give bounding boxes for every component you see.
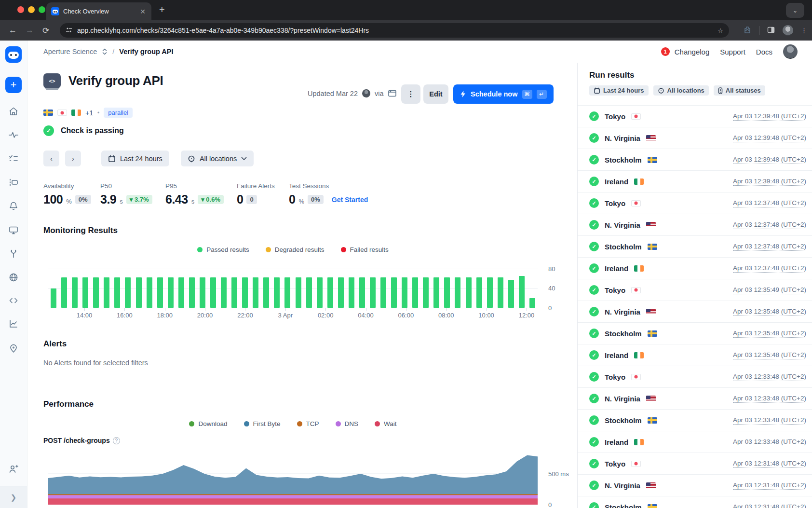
maintenance-wrench-icon[interactable] [8,248,19,259]
result-bar[interactable] [136,277,142,308]
create-new-button[interactable]: + [5,77,22,93]
result-bar[interactable] [93,277,99,308]
pulse-icon[interactable] [8,130,19,140]
result-bar[interactable] [498,277,503,308]
url-bar[interactable]: app.checklyhq.com/checks/3264c851-e5ae-4… [60,23,729,38]
support-link[interactable]: Support [720,48,745,56]
result-bar[interactable] [61,277,67,308]
result-bar[interactable] [231,277,237,308]
docs-link[interactable]: Docs [756,48,772,56]
new-tab-button[interactable]: + [159,4,165,15]
run-timestamp-link[interactable]: Apr 03 12:35:48 (UTC+2) [733,330,806,338]
run-result-row[interactable]: ✓TokyoApr 03 12:39:48 (UTC+2) [578,106,812,127]
result-bar[interactable] [263,277,269,308]
browser-menu-icon[interactable]: ⋮ [801,27,807,34]
run-result-row[interactable]: ✓TokyoApr 03 12:33:48 (UTC+2) [578,366,812,388]
time-range-button[interactable]: Last 24 hours [101,151,169,166]
get-started-link[interactable]: Get Started [332,196,368,204]
reload-icon[interactable]: ⟳ [42,26,49,36]
run-timestamp-link[interactable]: Apr 03 12:37:48 (UTC+2) [733,221,806,229]
run-timestamp-link[interactable]: Apr 03 12:31:48 (UTC+2) [733,460,806,468]
extensions-icon[interactable] [744,26,751,35]
result-bar[interactable] [423,277,429,308]
result-bar[interactable] [466,277,472,308]
alerts-bell-icon[interactable] [8,201,19,211]
account-switch-icon[interactable] [102,48,108,55]
bookmark-star-icon[interactable]: ☆ [717,27,723,34]
prev-window-button[interactable]: ‹ [43,151,59,166]
locations-filter-button[interactable]: All locations [181,151,254,166]
home-icon[interactable] [8,106,19,117]
back-icon[interactable]: ← [9,26,17,35]
run-filter-locations[interactable]: All locations [653,85,709,96]
result-bar[interactable] [338,277,344,308]
run-timestamp-link[interactable]: Apr 03 12:35:49 (UTC+2) [733,286,806,294]
edit-button[interactable]: Edit [423,84,448,104]
wait-area[interactable] [48,498,538,505]
run-result-row[interactable]: ✓N. VirginiaApr 03 12:39:48 (UTC+2) [578,127,812,149]
result-bar[interactable] [455,277,460,308]
result-bar[interactable] [189,277,195,308]
result-bar[interactable] [242,277,248,308]
locations-pin-icon[interactable] [8,343,19,354]
run-result-row[interactable]: ✓StockholmApr 03 12:39:48 (UTC+2) [578,149,812,171]
run-result-row[interactable]: ✓N. VirginiaApr 03 12:31:48 (UTC+2) [578,475,812,496]
run-result-row[interactable]: ✓N. VirginiaApr 03 12:37:48 (UTC+2) [578,214,812,236]
run-filter-time[interactable]: Last 24 hours [589,85,649,96]
invite-user-icon[interactable] [8,464,19,474]
side-panel-icon[interactable] [767,26,775,35]
run-timestamp-link[interactable]: Apr 03 12:33:48 (UTC+2) [733,373,806,381]
result-bar[interactable] [519,276,525,308]
checkly-logo[interactable] [5,46,22,63]
result-bar[interactable] [296,277,301,308]
run-timestamp-link[interactable]: Apr 03 12:33:48 (UTC+2) [733,438,806,446]
run-timestamp-link[interactable]: Apr 03 12:33:48 (UTC+2) [733,395,806,403]
result-bar[interactable] [125,277,131,308]
result-bar[interactable] [529,298,535,308]
run-timestamp-link[interactable]: Apr 03 12:31:48 (UTC+2) [733,503,806,508]
schedule-now-button[interactable]: Schedule now ⌘ ↵ [453,84,554,104]
changelog-link[interactable]: Changelog [675,48,710,56]
run-timestamp-link[interactable]: Apr 03 12:39:48 (UTC+2) [733,156,806,164]
tab-close-icon[interactable]: ✕ [139,8,147,15]
snippets-code-icon[interactable] [8,295,19,306]
run-timestamp-link[interactable]: Apr 03 12:39:48 (UTC+2) [733,178,806,186]
run-result-row[interactable]: ✓StockholmApr 03 12:35:48 (UTC+2) [578,323,812,344]
browser-tab[interactable]: Check Overview ✕ [46,2,151,20]
result-bar[interactable] [51,288,56,308]
run-timestamp-link[interactable]: Apr 03 12:39:48 (UTC+2) [733,134,806,142]
site-settings-icon[interactable] [66,27,72,35]
run-result-row[interactable]: ✓StockholmApr 03 12:33:48 (UTC+2) [578,410,812,431]
result-bar[interactable] [253,277,258,308]
run-result-row[interactable]: ✓N. VirginiaApr 03 12:35:48 (UTC+2) [578,301,812,323]
run-result-row[interactable]: ✓TokyoApr 03 12:37:48 (UTC+2) [578,192,812,214]
result-bar[interactable] [104,277,109,308]
result-bar[interactable] [359,277,365,308]
result-bar[interactable] [210,277,216,308]
private-locations-globe-icon[interactable] [8,272,19,283]
result-bar[interactable] [508,280,514,308]
result-bar[interactable] [444,277,450,308]
run-result-row[interactable]: ✓IrelandApr 03 12:37:48 (UTC+2) [578,258,812,279]
run-timestamp-link[interactable]: Apr 03 12:33:48 (UTC+2) [733,416,806,425]
run-timestamp-link[interactable]: Apr 03 12:35:48 (UTC+2) [733,308,806,316]
result-bar[interactable] [433,277,439,308]
sidebar-expand-button[interactable]: ❯ [0,486,27,508]
run-timestamp-link[interactable]: Apr 03 12:37:48 (UTC+2) [733,199,806,207]
maximize-window-button[interactable] [39,6,45,13]
forward-icon[interactable]: → [26,26,34,35]
tab-search-button[interactable]: ⌄ [786,3,804,18]
result-bar[interactable] [380,277,386,308]
result-bar[interactable] [157,277,163,308]
minimize-window-button[interactable] [28,6,35,13]
run-timestamp-link[interactable]: Apr 03 12:31:48 (UTC+2) [733,481,806,490]
result-bar[interactable] [317,277,323,308]
group-list-icon[interactable] [8,177,19,188]
result-bar[interactable] [391,277,397,308]
run-filter-statuses[interactable]: All statuses [714,85,765,96]
result-bar[interactable] [412,277,418,308]
run-result-row[interactable]: ✓StockholmApr 03 12:37:48 (UTC+2) [578,236,812,258]
result-bar[interactable] [72,277,78,308]
result-bar[interactable] [178,277,184,308]
result-bar[interactable] [327,277,333,308]
